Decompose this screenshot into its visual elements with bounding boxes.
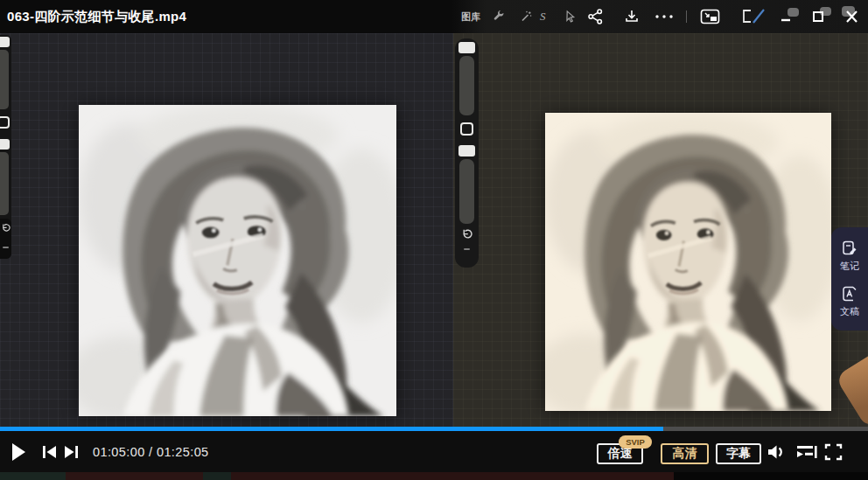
- procreate-sidebar-right: [455, 38, 479, 268]
- filmstrip-segment: [203, 472, 231, 480]
- subtitle-button[interactable]: 字幕: [716, 443, 761, 464]
- fullscreen-icon: [824, 443, 843, 461]
- magic-wand-icon: [519, 10, 533, 24]
- time-display: 01:05:00 / 01:25:05: [93, 431, 209, 472]
- opacity-slider-track: [0, 152, 9, 215]
- filmstrip-segment: [674, 472, 868, 480]
- redo-icon: [464, 248, 470, 250]
- transcript-label: 文稿: [840, 305, 859, 318]
- filmstrip-segment: [231, 472, 674, 480]
- toolbar-separator: [686, 10, 687, 23]
- artist-hand: [835, 349, 868, 427]
- modify-button: [460, 122, 473, 136]
- filmstrip[interactable]: [0, 472, 868, 480]
- notes-label: 笔记: [840, 260, 859, 273]
- brush-size-slider-handle: [458, 42, 475, 53]
- player-controls: 01:05:00 / 01:25:05 倍速 SVIP 高清 字幕: [0, 431, 868, 472]
- play-button[interactable]: [10, 442, 27, 462]
- brush-size-slider-handle: [0, 37, 10, 47]
- minimize-button[interactable]: [779, 8, 800, 25]
- video-player-window: 063-四阶示范细节与收尾.mp4 图库 S: [0, 0, 868, 480]
- notes-button[interactable]: 笔记: [840, 240, 859, 273]
- transform-arrow-icon: [564, 10, 577, 24]
- title-bar: 063-四阶示范细节与收尾.mp4 图库 S: [0, 0, 868, 33]
- modify-button: [0, 116, 10, 129]
- fullscreen-button[interactable]: [824, 443, 843, 461]
- brush-size-slider-track: [0, 50, 9, 109]
- note-pencil-icon: [841, 240, 858, 257]
- dock-window-button[interactable]: [740, 8, 766, 25]
- download-icon[interactable]: [623, 8, 640, 25]
- opacity-slider-handle: [0, 139, 10, 150]
- painting-canvas-right: [545, 113, 831, 411]
- undo-icon: [461, 227, 472, 239]
- portrait-painting: [545, 113, 831, 411]
- wrench-icon: [492, 10, 506, 24]
- previous-button[interactable]: [42, 445, 57, 459]
- filmstrip-segment: [0, 472, 66, 480]
- share-icon[interactable]: [586, 8, 605, 26]
- maximize-button[interactable]: [810, 8, 831, 25]
- left-screen: [0, 33, 453, 427]
- notes-panel: 笔记 文稿: [831, 227, 868, 330]
- undo-redo-block: [0, 219, 11, 259]
- brush-pencil-icon: [753, 10, 764, 23]
- more-options-icon[interactable]: [654, 13, 674, 20]
- speaker-icon: [766, 443, 787, 461]
- procreate-sidebar-left: [0, 35, 11, 259]
- opacity-slider-track: [459, 159, 474, 224]
- opacity-slider-handle: [458, 145, 475, 157]
- playlist-icon: [796, 444, 817, 460]
- svip-badge: SVIP: [619, 435, 652, 449]
- transcript-icon: [841, 285, 858, 303]
- video-title: 063-四阶示范细节与收尾.mp4: [7, 0, 186, 33]
- transcript-button[interactable]: 文稿: [840, 285, 859, 318]
- redo-icon: [3, 247, 9, 248]
- playlist-button[interactable]: [796, 444, 817, 460]
- portrait-painting: [79, 105, 396, 416]
- next-button[interactable]: [64, 445, 79, 459]
- volume-button[interactable]: [766, 443, 787, 461]
- video-frame: 笔记 文稿: [0, 33, 868, 427]
- filmstrip-segment: [66, 472, 203, 480]
- picture-in-picture-button[interactable]: [700, 9, 720, 25]
- close-button[interactable]: [840, 8, 863, 25]
- brush-size-slider-track: [459, 56, 474, 115]
- selection-tool-icon: S: [540, 10, 546, 24]
- undo-icon: [1, 222, 10, 232]
- quality-button[interactable]: 高清: [661, 443, 709, 464]
- gallery-button: 图库: [461, 10, 480, 24]
- painting-canvas-left: [79, 105, 396, 416]
- right-screen: [453, 33, 868, 427]
